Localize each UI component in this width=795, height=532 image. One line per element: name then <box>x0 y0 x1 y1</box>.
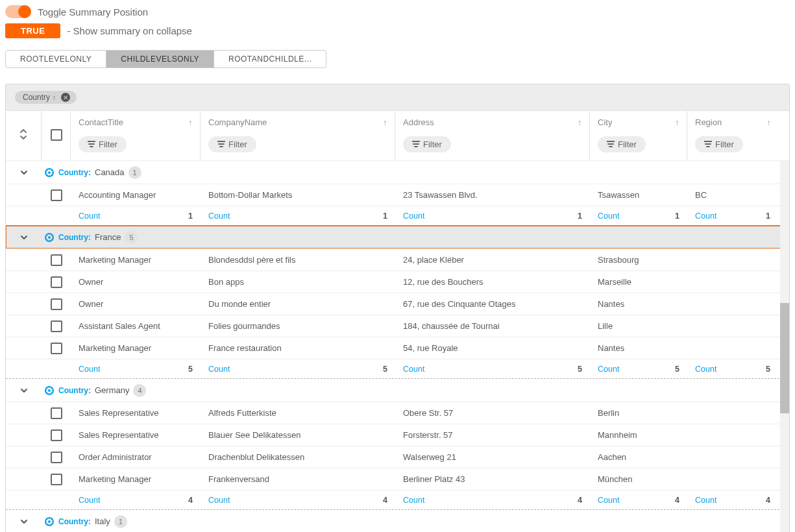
table-row[interactable]: Marketing ManagerFrankenversandBerliner … <box>6 468 789 490</box>
cell-address: Walserweg 21 <box>395 452 590 462</box>
row-checkbox[interactable] <box>51 298 62 310</box>
row-checkbox[interactable] <box>51 254 62 266</box>
summary-count-link[interactable]: Count <box>695 365 716 374</box>
table-row[interactable]: Marketing ManagerFrance restauration54, … <box>6 337 789 359</box>
group-by-chip-country[interactable]: Country ↑ ✕ <box>15 91 77 104</box>
filter-company-name[interactable]: Filter <box>208 136 256 152</box>
row-checkbox[interactable] <box>51 320 62 332</box>
cell-contact-title: Marketing Manager <box>71 343 201 353</box>
group-value: Canada <box>95 167 125 177</box>
summary-count-link[interactable]: Count <box>598 212 619 221</box>
cell-address: 54, rue Royale <box>395 343 590 353</box>
row-checkbox[interactable] <box>51 474 62 485</box>
sort-icon[interactable]: ↑ <box>383 118 387 127</box>
summary-count-link[interactable]: Count <box>79 496 100 505</box>
group-expand-toggle[interactable] <box>6 386 42 395</box>
summary-count-value: 5 <box>766 365 770 374</box>
group-row[interactable]: Country:France5 <box>6 225 789 248</box>
column-city[interactable]: City <box>598 117 612 127</box>
summary-count-link[interactable]: Count <box>79 365 100 374</box>
group-field-label: Country: <box>58 517 91 526</box>
summary-count-link[interactable]: Count <box>208 365 230 374</box>
cell-contact-title: Sales Representative <box>71 408 201 418</box>
tab-childlevelsonly[interactable]: CHILDLEVELSONLY <box>106 50 214 68</box>
column-company-name[interactable]: CompanyName <box>208 117 267 127</box>
svg-point-3 <box>48 236 51 239</box>
table-row[interactable]: Accounting ManagerBottom-Dollar Markets2… <box>6 184 789 206</box>
column-region[interactable]: Region <box>695 117 722 127</box>
column-address[interactable]: Address <box>403 117 434 127</box>
summary-count-value: 4 <box>188 496 193 505</box>
table-row[interactable]: Assistant Sales AgentFolies gourmandes18… <box>6 315 789 337</box>
filter-address[interactable]: Filter <box>403 136 451 152</box>
summary-count-link[interactable]: Count <box>598 496 619 505</box>
summary-count-link[interactable]: Count <box>403 212 424 221</box>
column-contact-title[interactable]: ContactTitle <box>79 117 123 127</box>
cell-contact-title: Marketing Manager <box>71 255 201 265</box>
summary-count-link[interactable]: Count <box>598 365 619 374</box>
row-checkbox[interactable] <box>51 343 62 354</box>
group-count-badge: 1 <box>114 515 127 528</box>
summary-count-link[interactable]: Count <box>208 212 230 221</box>
summary-count-value: 5 <box>578 365 582 374</box>
group-icon <box>44 516 55 527</box>
row-checkbox[interactable] <box>51 189 62 201</box>
summary-count-value: 1 <box>188 212 193 221</box>
table-row[interactable]: Sales RepresentativeAlfreds FutterkisteO… <box>6 402 789 424</box>
summary-count-link[interactable]: Count <box>208 496 230 505</box>
filter-region[interactable]: Filter <box>695 136 743 152</box>
cell-address: 184, chaussée de Tournai <box>395 321 590 331</box>
cell-contact-title: Order Administrator <box>71 452 201 462</box>
cell-company-name: France restauration <box>201 343 395 353</box>
table-row[interactable]: OwnerBon apps12, rue des BouchersMarseil… <box>6 271 789 293</box>
summary-row: Count5Count5Count5Count5Count5 <box>6 359 789 378</box>
sort-icon[interactable]: ↑ <box>578 118 581 127</box>
expand-collapse-all-icon[interactable] <box>19 128 28 142</box>
cell-company-name: Folies gourmandes <box>201 321 395 331</box>
cell-company-name: Du monde entier <box>201 299 395 309</box>
remove-group-icon[interactable]: ✕ <box>61 93 70 102</box>
tab-rootlevelonly[interactable]: ROOTLEVELONLY <box>5 50 106 68</box>
cell-address: 24, place Kléber <box>395 255 590 265</box>
row-checkbox[interactable] <box>51 429 62 441</box>
cell-city: Lille <box>590 321 687 331</box>
table-row[interactable]: Sales RepresentativeBlauer See Delikates… <box>6 424 789 446</box>
table-row[interactable]: Marketing ManagerBlondesddsl père et fil… <box>6 248 789 271</box>
group-expand-toggle[interactable] <box>6 233 42 242</box>
cell-city: Mannheim <box>590 430 687 440</box>
sort-icon[interactable]: ↑ <box>675 118 679 127</box>
summary-count-link[interactable]: Count <box>695 496 716 505</box>
cell-address: Berliner Platz 43 <box>395 474 590 484</box>
summary-count-link[interactable]: Count <box>79 212 100 221</box>
grid-body: Country:Canada1Accounting ManagerBottom-… <box>6 160 789 532</box>
table-row[interactable]: OwnerDu monde entier67, rue des Cinquant… <box>6 293 789 315</box>
row-checkbox[interactable] <box>51 407 62 419</box>
filter-contact-title[interactable]: Filter <box>79 136 127 152</box>
group-row[interactable]: Country:Canada1 <box>6 160 789 184</box>
filter-icon <box>704 140 712 149</box>
sort-icon[interactable]: ↑ <box>188 118 192 127</box>
group-expand-toggle[interactable] <box>6 517 42 526</box>
summary-row: Count4Count4Count4Count4Count4 <box>6 490 789 509</box>
group-field-label: Country: <box>58 386 91 395</box>
group-expand-toggle[interactable] <box>6 168 42 177</box>
summary-position-toggle[interactable] <box>5 5 31 18</box>
select-all-checkbox[interactable] <box>51 129 62 141</box>
row-checkbox[interactable] <box>51 276 62 288</box>
group-row[interactable]: Country:Germany4 <box>6 378 789 402</box>
summary-count-link[interactable]: Count <box>403 365 424 374</box>
cell-contact-title: Owner <box>71 277 201 287</box>
cell-address: Obere Str. 57 <box>395 408 590 418</box>
group-row[interactable]: Country:Italy1 <box>6 509 789 532</box>
table-row[interactable]: Order AdministratorDrachenblut Delikates… <box>6 446 789 468</box>
sort-icon[interactable]: ↑ <box>766 118 770 127</box>
filter-city[interactable]: Filter <box>598 136 646 152</box>
row-checkbox[interactable] <box>51 452 62 463</box>
summary-count-link[interactable]: Count <box>695 212 716 221</box>
filter-icon <box>88 140 95 149</box>
cell-city: Aachen <box>590 452 687 462</box>
tab-rootandchildlevels[interactable]: ROOTANDCHILDLE... <box>214 50 326 68</box>
summary-count-link[interactable]: Count <box>403 496 424 505</box>
expand-all-header[interactable] <box>6 111 42 160</box>
vertical-scrollbar[interactable] <box>780 160 789 532</box>
